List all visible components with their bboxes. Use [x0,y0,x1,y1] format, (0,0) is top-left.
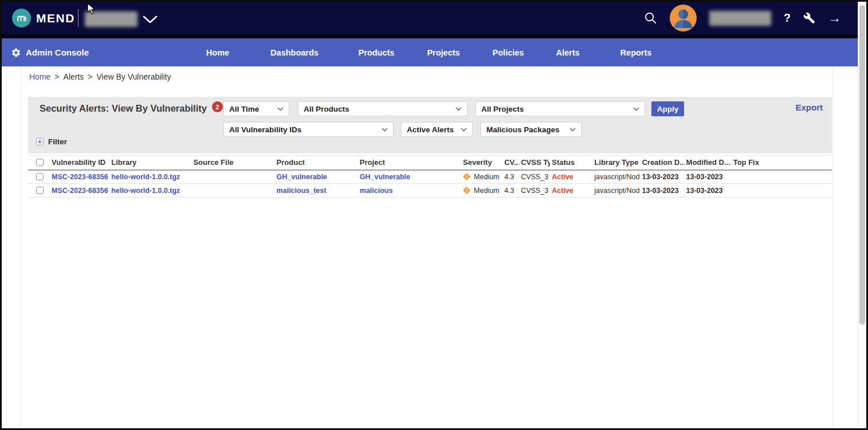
nav-item-projects[interactable]: Projects [427,38,459,66]
table-row: MSC-2023-68356 hello-world-1.0.0.tgz GH_… [28,170,832,184]
status-badge: Active [552,173,574,181]
filter-panel: Security Alerts: View By Vulnerability 2… [28,97,832,153]
chevron-down-icon [455,107,462,111]
project-link[interactable]: malicious [360,187,393,195]
filter-label: Filter [48,137,67,146]
time-filter-select[interactable]: All Time [223,101,289,116]
alert-status-filter-select[interactable]: Active Alerts [401,122,473,137]
severity-label: Medium [474,187,499,195]
breadcrumb: Home > Alerts > View By Vulnerability [29,72,171,81]
admin-console-button[interactable]: Admin Console [11,38,89,66]
product-link[interactable]: malicious_test [277,187,327,195]
vertical-scrollbar[interactable] [858,2,866,428]
mend-logo[interactable]: MEND [12,9,75,27]
product-filter-select[interactable]: All Products [298,101,468,116]
cvss-score-cell: 4.3 [502,170,519,184]
source-file-cell [191,170,274,184]
topbar: MEND ? → [2,2,858,34]
severity-label: Medium [474,173,499,181]
table-row: MSC-2023-68356 hello-world-1.0.0.tgz mal… [28,184,832,198]
breadcrumb-separator: > [88,72,92,81]
nav-item-products[interactable]: Products [359,38,395,66]
table-header-row: Vulnerability ID Library Source File Pro… [28,156,832,170]
vulnerability-id-filter-select[interactable]: All Vulnerability IDs [223,122,394,137]
content-right-edge [832,66,833,428]
col-severity[interactable]: Severity [461,156,502,170]
top-fix-cell [732,170,832,184]
col-creation-date[interactable]: Creation D... [640,156,684,170]
expand-plus-icon: + [36,138,44,145]
chevron-down-icon [633,107,639,111]
export-link[interactable]: Export [795,102,823,112]
project-link[interactable]: GH_vulnerable [360,173,410,181]
col-top-fix[interactable]: Top Fix [732,156,832,170]
chevron-down-icon [382,128,388,132]
topbar-divider [78,9,78,27]
col-cvss[interactable]: CV... [502,156,519,170]
main-navbar: Admin Console Home Dashboards Products P… [2,38,858,66]
logout-arrow-icon[interactable]: → [828,11,841,25]
top-fix-cell [732,184,832,198]
username-redacted[interactable] [709,11,771,26]
brand-name: MEND [36,11,75,25]
chevron-down-icon [277,107,284,111]
chevron-down-icon [569,128,576,132]
col-project[interactable]: Project [358,156,461,170]
status-badge: Active [552,187,574,195]
chevron-down-icon [461,128,467,132]
library-link[interactable]: hello-world-1.0.0.tgz [111,173,180,181]
alert-type-filter-select[interactable]: Malicious Packages [481,122,582,137]
mend-logo-icon [12,9,31,27]
select-all-checkbox[interactable] [36,159,44,166]
modified-date-cell: 13-03-2023 [685,184,732,198]
topbar-gap [2,34,858,38]
source-file-cell [191,184,274,198]
nav-item-reports[interactable]: Reports [620,38,652,66]
org-name-redacted[interactable] [85,11,138,27]
col-library-type[interactable]: Library Type [592,156,640,170]
vulnerability-id-link[interactable]: MSC-2023-68356 [52,173,108,181]
alerts-table: Vulnerability ID Library Source File Pro… [28,155,832,198]
row-checkbox[interactable] [36,173,44,180]
vulnerability-id-link[interactable]: MSC-2023-68356 [52,187,108,195]
col-library[interactable]: Library [109,156,191,170]
cvss-score-cell: 4.3 [502,184,519,198]
creation-date-cell: 13-03-2023 [640,170,684,184]
creation-date-cell: 13-03-2023 [640,184,684,198]
breadcrumb-current: View By Vulnerability [97,72,171,81]
user-avatar[interactable] [670,5,697,31]
row-checkbox[interactable] [36,187,44,194]
project-filter-select[interactable]: All Projects [476,101,645,116]
content-left-edge [21,66,21,428]
breadcrumb-separator: > [54,72,59,81]
col-status[interactable]: Status [550,156,592,170]
nav-item-alerts[interactable]: Alerts [556,38,579,66]
col-cvss-type[interactable]: CVSS Ty... [519,156,550,170]
cvss-type-cell: CVSS_3 [519,170,550,184]
search-icon[interactable] [644,11,657,25]
library-type-cell: javascript/Nod [592,170,640,184]
topbar-actions: ? → [644,2,841,34]
cvss-type-cell: CVSS_3 [519,184,550,198]
filter-expand-toggle[interactable]: + Filter [36,137,67,146]
breadcrumb-home[interactable]: Home [29,72,50,81]
nav-item-policies[interactable]: Policies [493,38,524,66]
help-icon[interactable]: ? [784,11,791,25]
breadcrumb-alerts[interactable]: Alerts [64,72,84,81]
chevron-down-icon[interactable] [143,15,158,26]
nav-item-home[interactable]: Home [206,38,229,66]
product-link[interactable]: GH_vulnerable [277,173,327,181]
library-type-cell: javascript/Nod [592,184,640,198]
apply-button[interactable]: Apply [651,101,684,116]
col-vulnerability-id[interactable]: Vulnerability ID [50,156,109,170]
page-title: Security Alerts: View By Vulnerability [40,103,207,114]
wrench-icon[interactable] [803,12,815,24]
admin-console-label: Admin Console [26,48,89,57]
col-source-file[interactable]: Source File [191,156,274,170]
nav-item-dashboards[interactable]: Dashboards [270,38,319,66]
col-modified-date[interactable]: Modified D... [685,156,732,170]
col-product[interactable]: Product [275,156,358,170]
gear-icon [11,48,21,58]
scrollbar-thumb[interactable] [859,5,865,325]
library-link[interactable]: hello-world-1.0.0.tgz [111,187,180,195]
